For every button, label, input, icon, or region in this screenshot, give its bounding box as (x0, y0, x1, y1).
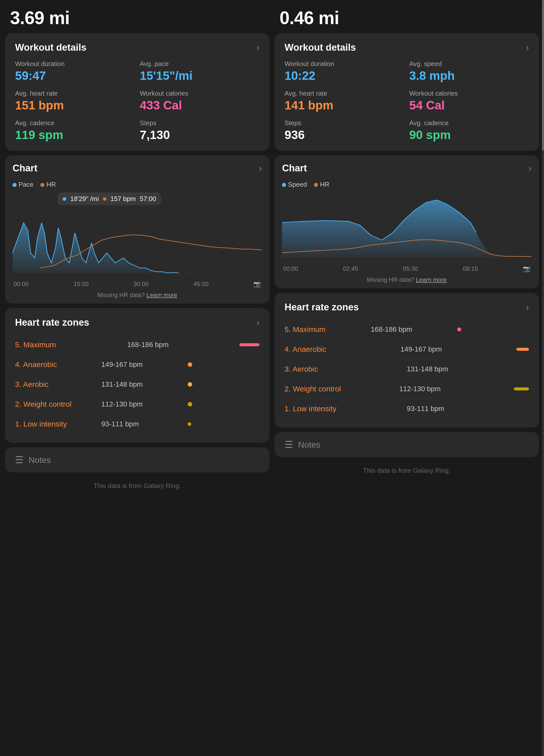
stat-avg-heart-rate: Avg. heart rate 151 bpm (15, 90, 135, 112)
tooltip-hr-dot (103, 197, 106, 201)
learn-more-link-right[interactable]: Learn more (416, 276, 447, 283)
right-chart-svg (282, 192, 531, 263)
left-footer: This data is from Galaxy Ring. (5, 477, 269, 497)
scrollbar-thumb[interactable] (542, 0, 544, 151)
right-header-col: 0.46 mi (264, 8, 534, 28)
right-chart-footer: Missing HR data? Learn more (282, 276, 531, 283)
hz-row-2-left: 2. Weight control 112-130 bpm (15, 394, 259, 414)
left-workout-card: Workout details › Workout duration 59:47… (5, 33, 269, 151)
right-chart-card: Chart › Speed HR (275, 155, 539, 288)
right-chart-chevron[interactable]: › (528, 163, 531, 174)
hz-row-1-right: 1. Low intensity 93-111 bpm (285, 399, 529, 419)
stat-avg-pace: Avg. pace 15'15"/mi (140, 60, 259, 83)
hz-row-2-right: 2. Weight control 112-130 bpm (285, 379, 529, 399)
right-hz-header: Heart rate zones › (285, 302, 529, 313)
hz-row-3-left: 3. Aerobic 131-148 bpm (15, 375, 259, 394)
learn-more-link-left[interactable]: Learn more (147, 292, 177, 298)
hz-dot-1-left (188, 422, 259, 426)
left-chart-tooltip: 18'29" /mi 157 bpm 57:00 (13, 192, 262, 208)
hz-bar-2-right (514, 387, 529, 390)
tooltip-hr-value: 157 bpm (110, 195, 136, 203)
stat-steps-r: Steps 936 (285, 119, 404, 142)
hz-dot-3-left (188, 382, 259, 387)
left-distance: 3.69 mi (10, 8, 70, 28)
right-notes-card[interactable]: ☰ Notes (275, 432, 539, 457)
right-footer: This data is from Galaxy Ring. (275, 462, 539, 482)
left-notes-icon: ☰ (15, 454, 24, 465)
stat-avg-speed-r: Avg. speed 3.8 mph (409, 60, 529, 83)
left-stats-grid: Workout duration 59:47 Avg. pace 15'15"/… (15, 60, 259, 142)
left-workout-title: Workout details (15, 42, 86, 53)
left-header-col: 3.69 mi (10, 8, 264, 28)
hz-row-5-left: 5. Maximum 168-186 bpm (15, 335, 259, 355)
legend-hr-r: HR (314, 181, 329, 188)
legend-hr: HR (40, 181, 56, 188)
right-distance: 0.46 mi (280, 8, 339, 28)
tooltip-time: 57:00 (140, 195, 156, 203)
left-notes-card[interactable]: ☰ Notes (5, 447, 269, 472)
scrollbar[interactable] (542, 0, 544, 756)
left-chart-chevron[interactable]: › (259, 163, 262, 174)
right-hz-title: Heart rate zones (285, 302, 359, 313)
right-chart-xaxis: 00:00 02:45 05:30 08:15 📷 (282, 265, 531, 272)
speed-area-fill (282, 200, 531, 258)
hz-row-5-right: 5. Maximum 168-186 bpm (285, 320, 529, 339)
hz-row-4-right: 4. Anaerobic 149-167 bpm (285, 339, 529, 359)
legend-pace: Pace (13, 181, 33, 188)
speed-dot (282, 183, 286, 187)
left-chart-card: Chart › Pace HR 18'29" /mi 157 bpm 57:00 (5, 155, 269, 304)
stat-avg-heart-rate-r: Avg. heart rate 141 bpm (285, 90, 404, 112)
right-hz-chevron[interactable]: › (526, 302, 529, 313)
left-chart-svg (13, 208, 262, 278)
right-chart-legend: Speed HR (282, 181, 531, 188)
pace-dot (13, 183, 17, 187)
hz-dot-4-left (188, 362, 259, 367)
right-column: Workout details › Workout duration 10:22… (275, 33, 539, 497)
left-column: Workout details › Workout duration 59:47… (5, 33, 269, 497)
tooltip-pace-value: 18'29" /mi (70, 195, 99, 203)
right-notes-text: Notes (298, 440, 320, 450)
left-chart-footer: Missing HR data? Learn more (13, 292, 262, 299)
stat-steps: Steps 7,130 (140, 119, 259, 142)
main-content: Workout details › Workout duration 59:47… (0, 33, 544, 497)
hz-bar-5-left (239, 343, 259, 346)
right-workout-card: Workout details › Workout duration 10:22… (275, 33, 539, 151)
hz-bar-4-right (516, 348, 529, 351)
right-chart-area (282, 192, 531, 263)
stat-workout-duration: Workout duration 59:47 (15, 60, 135, 83)
hz-row-1-left: 1. Low intensity 93-111 bpm (15, 414, 259, 434)
right-workout-chevron[interactable]: › (526, 42, 529, 53)
left-chart-xaxis: 00:00 15:00 30:00 45:00 📷 (13, 281, 262, 288)
right-chart-title: Chart (282, 163, 307, 174)
right-stats-grid: Workout duration 10:22 Avg. speed 3.8 mp… (285, 60, 529, 142)
stat-avg-cadence: Avg. cadence 119 spm (15, 119, 135, 142)
left-hz-card: Heart rate zones › 5. Maximum 168-186 bp… (5, 308, 269, 443)
left-notes-text: Notes (29, 455, 51, 465)
stat-workout-calories: Workout calories 433 Cal (140, 90, 259, 112)
hz-dot-5-right (457, 327, 529, 331)
left-workout-header: Workout details › (15, 42, 259, 53)
top-header: 3.69 mi 0.46 mi (0, 0, 544, 33)
left-workout-chevron[interactable]: › (256, 42, 259, 53)
left-hz-header: Heart rate zones › (15, 317, 259, 328)
left-chart-legend: Pace HR (13, 181, 262, 188)
stat-workout-calories-r: Workout calories 54 Cal (409, 90, 529, 112)
right-workout-header: Workout details › (285, 42, 529, 53)
left-chart-title: Chart (13, 163, 37, 174)
legend-speed: Speed (282, 181, 307, 188)
right-notes-icon: ☰ (285, 439, 293, 450)
tooltip-pace-dot (63, 197, 66, 201)
stat-workout-duration-r: Workout duration 10:22 (285, 60, 404, 83)
left-chart-header: Chart › (13, 163, 262, 174)
hr-dot-r (314, 183, 318, 187)
hz-row-4-left: 4. Anaerobic 149-167 bpm (15, 355, 259, 375)
left-hz-chevron[interactable]: › (256, 317, 259, 328)
hz-dot-2-left (188, 402, 259, 406)
hz-row-3-right: 3. Aerobic 131-148 bpm (285, 359, 529, 379)
hr-dot (40, 183, 44, 187)
right-workout-title: Workout details (285, 42, 356, 53)
left-hz-title: Heart rate zones (15, 317, 89, 328)
left-chart-area (13, 208, 262, 278)
stat-avg-cadence-r: Avg. cadence 90 spm (409, 119, 529, 142)
right-hz-card: Heart rate zones › 5. Maximum 168-186 bp… (275, 293, 539, 428)
